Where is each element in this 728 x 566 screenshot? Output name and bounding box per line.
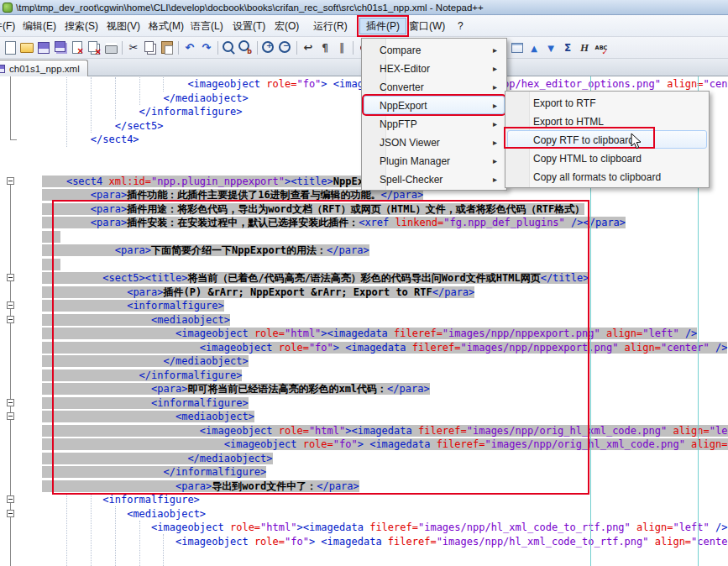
- word-wrap-icon[interactable]: [301, 40, 316, 55]
- code-line[interactable]: <imageobject role="html"><imagedata file…: [0, 521, 728, 535]
- open-folder-icon[interactable]: [19, 40, 34, 55]
- menu-item[interactable]: Copy all formats to clipboard: [507, 167, 707, 186]
- close-all-icon[interactable]: [86, 40, 102, 55]
- window-title: \tmp\tmp_dev_root\cgwin\home\CLI\develop…: [16, 3, 484, 13]
- menu-item[interactable]: Copy HTML to clipboard: [507, 149, 707, 167]
- save-icon[interactable]: [36, 40, 51, 55]
- menubar-item[interactable]: 视图(V): [101, 18, 146, 34]
- code-line[interactable]: <informalfigure>: [0, 493, 728, 507]
- menu-item[interactable]: Compare▸: [364, 40, 505, 59]
- menu-item-label: Spell-Checker: [380, 174, 443, 186]
- menu-item-label: Converter: [380, 81, 424, 93]
- menu-item-label: HEX-Editor: [380, 63, 430, 75]
- notepad-plus-plus-window: \tmp\tmp_dev_root\cgwin\home\CLI\develop…: [0, 0, 728, 566]
- menubar-item[interactable]: ?: [452, 18, 469, 34]
- menubar-item[interactable]: 宏(O): [269, 18, 305, 34]
- menu-item[interactable]: NppExport▸: [364, 96, 505, 114]
- plugins-menu: Compare▸HEX-Editor▸Converter▸NppExport▸N…: [361, 38, 507, 191]
- tab-label: ch01s1_npp.xml: [9, 64, 80, 74]
- menubar-item[interactable]: 格式(M): [143, 18, 190, 34]
- tab-ch01s1-npp-xml[interactable]: ch01s1_npp.xml: [0, 60, 88, 76]
- cut-icon[interactable]: [126, 40, 141, 55]
- toolbar-plugin-icons: [509, 37, 610, 59]
- menu-item[interactable]: HEX-Editor▸: [364, 59, 505, 77]
- show-all-chars-icon[interactable]: [317, 40, 333, 55]
- menubar-item[interactable]: 运行(R): [307, 18, 354, 34]
- menu-item[interactable]: Spell-Checker▸: [364, 170, 505, 188]
- toolbar-separator: [178, 41, 179, 55]
- code-line[interactable]: <imageobject role="fo"> <imagedata filer…: [0, 535, 728, 549]
- toolbar-separator: [353, 41, 354, 55]
- print-icon[interactable]: [103, 40, 118, 55]
- view-grid-icon[interactable]: [510, 40, 525, 55]
- menubar-item[interactable]: 设置(T): [227, 18, 271, 34]
- saved-file-icon: [0, 65, 5, 73]
- menu-item-label: Compare: [380, 45, 421, 56]
- annotation-rect-code: [52, 200, 589, 495]
- submenu-arrow-icon: ▸: [493, 78, 497, 97]
- copy-icon[interactable]: [143, 40, 158, 55]
- menubar-item[interactable]: 编辑(E): [17, 18, 62, 34]
- sum-icon[interactable]: [560, 40, 575, 55]
- menubar-item[interactable]: 窗口(W): [403, 18, 451, 34]
- menubar-item[interactable]: 语言(L): [185, 18, 229, 34]
- submenu-arrow-icon: ▸: [493, 134, 497, 152]
- close-icon[interactable]: [70, 40, 85, 55]
- paste-icon[interactable]: [160, 40, 175, 55]
- submenu-arrow-icon: ▸: [493, 41, 497, 60]
- new-file-icon[interactable]: [3, 40, 18, 55]
- menu-item[interactable]: Converter▸: [364, 77, 505, 96]
- spell-check-icon[interactable]: [594, 40, 609, 55]
- toolbar-separator: [122, 41, 123, 55]
- menu-item-label: Export to RTF: [533, 97, 595, 109]
- undo-icon[interactable]: [182, 40, 197, 55]
- toolbar-separator: [257, 41, 258, 55]
- code-line[interactable]: <mediaobject>: [0, 507, 728, 521]
- menu-item-label: Export to HTML: [533, 116, 604, 128]
- letter-h-icon[interactable]: [577, 40, 592, 55]
- menu-item-label: Copy all formats to clipboard: [533, 171, 661, 183]
- menu-item-label: JSON Viewer: [380, 137, 440, 149]
- menu-item-label: NppExport: [380, 100, 427, 112]
- menu-item[interactable]: Plugin Manager▸: [364, 151, 505, 170]
- toolbar-separator: [217, 41, 218, 55]
- menu-item-label: Plugin Manager: [380, 155, 450, 167]
- title-bar: \tmp\tmp_dev_root\cgwin\home\CLI\develop…: [0, 0, 728, 15]
- submenu-arrow-icon: ▸: [493, 115, 497, 134]
- submenu-arrow-icon: ▸: [493, 152, 497, 170]
- submenu-arrow-icon: ▸: [493, 97, 497, 115]
- indent-guide-icon[interactable]: [334, 40, 349, 55]
- notepad-plus-plus-icon: [3, 3, 13, 13]
- menu-item[interactable]: Export to RTF: [507, 93, 707, 112]
- submenu-arrow-icon: ▸: [493, 60, 497, 78]
- zoom-in-icon[interactable]: [261, 40, 276, 55]
- menu-item[interactable]: NppFTP▸: [364, 114, 505, 133]
- sort-ascending-icon[interactable]: [526, 40, 542, 55]
- menubar-item[interactable]: 插件(P): [359, 18, 406, 34]
- save-all-icon[interactable]: [53, 40, 68, 55]
- zoom-out-icon[interactable]: [278, 40, 293, 55]
- find-icon[interactable]: [222, 40, 237, 55]
- toolbar-separator: [296, 41, 297, 55]
- menu-item[interactable]: JSON Viewer▸: [364, 133, 505, 151]
- redo-icon[interactable]: [199, 40, 214, 55]
- submenu-arrow-icon: ▸: [493, 170, 497, 189]
- menu-item-label: NppFTP: [380, 118, 417, 130]
- mouse-cursor: [631, 133, 642, 149]
- replace-icon[interactable]: [238, 40, 254, 55]
- sort-descending-icon[interactable]: [543, 40, 558, 55]
- menu-bar: 文件(F)编辑(E)搜索(S)视图(V)格式(M)语言(L)设置(T)宏(O)运…: [0, 15, 728, 37]
- menu-item-label: Copy HTML to clipboard: [533, 153, 642, 165]
- menubar-item[interactable]: 搜索(S): [59, 18, 104, 34]
